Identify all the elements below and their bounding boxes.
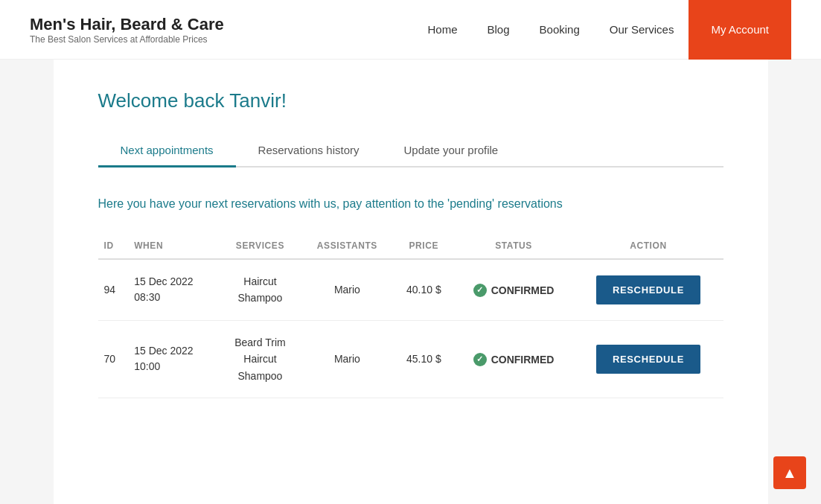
- cell-id-1: 70: [98, 320, 129, 398]
- col-header-status: STATUS: [454, 233, 574, 259]
- check-icon-0: ✓: [473, 284, 487, 297]
- cell-action-1: RESCHEDULE: [573, 320, 723, 398]
- col-header-assistants: ASSISTANTS: [301, 233, 394, 259]
- status-label-1: CONFIRMED: [491, 354, 555, 366]
- cell-status-1: ✓ CONFIRMED: [454, 320, 574, 398]
- table-row: 94 15 Dec 202208:30 HaircutShampoo Mario…: [98, 259, 723, 320]
- cell-status-0: ✓ CONFIRMED: [454, 259, 574, 320]
- main-content: Welcome back Tanvir! Next appointments R…: [54, 60, 768, 504]
- tabs-container: Next appointments Reservations history U…: [98, 135, 723, 168]
- cell-id-0: 94: [98, 259, 129, 320]
- tab-reservations-history[interactable]: Reservations history: [236, 135, 382, 168]
- main-nav: Home Blog Booking Our Services My Accoun…: [412, 0, 791, 59]
- cell-when-1: 15 Dec 202210:00: [128, 320, 220, 398]
- header: Men's Hair, Beard & Care The Best Salon …: [0, 0, 821, 60]
- nav-item-home[interactable]: Home: [412, 0, 472, 60]
- check-icon-1: ✓: [473, 353, 487, 366]
- col-header-when: WHEN: [128, 233, 220, 259]
- brand-tagline: The Best Salon Services at Affordable Pr…: [30, 34, 224, 45]
- col-header-action: ACTION: [573, 233, 723, 259]
- tab-update-profile[interactable]: Update your profile: [381, 135, 520, 168]
- reschedule-button-1[interactable]: RESCHEDULE: [596, 345, 700, 374]
- brand-logo: Men's Hair, Beard & Care The Best Salon …: [30, 15, 224, 45]
- nav-item-my-account[interactable]: My Account: [689, 0, 791, 60]
- reschedule-button-0[interactable]: RESCHEDULE: [596, 275, 700, 304]
- col-header-id: ID: [98, 233, 129, 259]
- nav-item-our-services[interactable]: Our Services: [595, 0, 689, 60]
- cell-price-1: 45.10 $: [394, 320, 454, 398]
- cell-services-0: HaircutShampoo: [220, 259, 301, 320]
- cell-assistants-0: Mario: [301, 259, 394, 320]
- cell-services-1: Beard TrimHaircutShampoo: [220, 320, 301, 398]
- cell-price-0: 40.10 $: [394, 259, 454, 320]
- status-label-0: CONFIRMED: [491, 284, 555, 296]
- table-row: 70 15 Dec 202210:00 Beard TrimHaircutSha…: [98, 320, 723, 398]
- scroll-to-top-button[interactable]: ▲: [773, 456, 806, 489]
- col-header-price: PRICE: [394, 233, 454, 259]
- cell-assistants-1: Mario: [301, 320, 394, 398]
- tab-next-appointments[interactable]: Next appointments: [98, 135, 236, 168]
- cell-action-0: RESCHEDULE: [573, 259, 723, 320]
- col-header-services: SERVICES: [220, 233, 301, 259]
- reservations-table: ID WHEN SERVICES ASSISTANTS PRICE STATUS…: [98, 233, 723, 398]
- cell-when-0: 15 Dec 202208:30: [128, 259, 220, 320]
- table-header-row: ID WHEN SERVICES ASSISTANTS PRICE STATUS…: [98, 233, 723, 259]
- nav-item-blog[interactable]: Blog: [473, 0, 525, 60]
- info-text: Here you have your next reservations wit…: [98, 197, 723, 211]
- welcome-title: Welcome back Tanvir!: [98, 89, 723, 112]
- nav-item-booking[interactable]: Booking: [525, 0, 595, 60]
- brand-name: Men's Hair, Beard & Care: [30, 15, 224, 34]
